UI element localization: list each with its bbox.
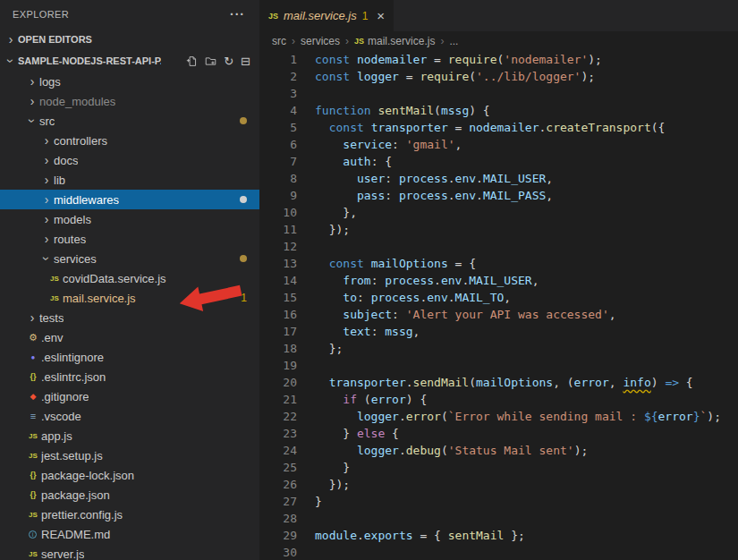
code-line-10[interactable]: 10 }, — [265, 204, 738, 221]
tree-item-prettier.config.js[interactable]: JSprettier.config.js — [0, 505, 259, 524]
line-number[interactable]: 28 — [265, 510, 297, 527]
line-number[interactable]: 26 — [265, 476, 297, 493]
line-number[interactable]: 19 — [265, 357, 297, 374]
code-line-19[interactable]: 19 — [265, 357, 738, 374]
line-number[interactable]: 16 — [265, 306, 297, 323]
tree-item-mail.service.js[interactable]: JSmail.service.js1 — [0, 288, 259, 308]
new-folder-icon[interactable] — [205, 55, 216, 67]
code-line-22[interactable]: 22 logger.error(`Error while sending mai… — [265, 408, 738, 425]
tree-item-docs[interactable]: ›docs — [0, 150, 259, 170]
line-number[interactable]: 30 — [265, 544, 297, 560]
tree-item-package-lock.json[interactable]: {}package-lock.json — [0, 465, 259, 485]
line-number[interactable]: 12 — [265, 238, 297, 255]
code-line-8[interactable]: 8 user: process.env.MAIL_USER, — [265, 170, 738, 187]
open-editors-section[interactable]: › OPEN EDITORS — [0, 29, 259, 50]
code-line-6[interactable]: 6 service: 'gmail', — [265, 136, 738, 153]
tree-item-middlewares[interactable]: ›middlewares — [0, 190, 259, 209]
tree-item-README.md[interactable]: iREADME.md — [0, 524, 259, 544]
breadcrumb-item-services[interactable]: services — [301, 35, 340, 47]
line-number[interactable]: 4 — [265, 102, 297, 119]
tree-item-.gitignore[interactable]: ◆.gitignore — [0, 386, 259, 406]
code-line-25[interactable]: 25 } — [265, 459, 738, 476]
code-line-13[interactable]: 13 const mailOptions = { — [265, 255, 738, 272]
code-line-29[interactable]: 29module.exports = { sentMail }; — [265, 527, 738, 544]
tree-item-.eslintrc.json[interactable]: {}.eslintrc.json — [0, 367, 259, 386]
breadcrumb-item-...[interactable]: ... — [449, 35, 458, 47]
code-line-4[interactable]: 4function sentMail(mssg) { — [265, 102, 738, 119]
code-line-18[interactable]: 18 }; — [265, 340, 738, 357]
code-line-11[interactable]: 11 }); — [265, 221, 738, 238]
line-number[interactable]: 23 — [265, 425, 297, 442]
line-number[interactable]: 29 — [265, 527, 297, 544]
code-line-5[interactable]: 5 const transporter = nodemailer.createT… — [265, 119, 738, 136]
tree-item-jest.setup.js[interactable]: JSjest.setup.js — [0, 445, 259, 465]
line-number[interactable]: 2 — [265, 68, 297, 85]
code-line-26[interactable]: 26 }); — [265, 476, 738, 493]
code-line-16[interactable]: 16 subject: 'Alert your API was accessed… — [265, 306, 738, 323]
tree-item-logs[interactable]: ›logs — [0, 72, 259, 91]
line-number[interactable]: 20 — [265, 374, 297, 391]
tree-item-lib[interactable]: ›lib — [0, 170, 259, 190]
code-area[interactable]: 1const nodemailer = require('nodemailer'… — [259, 51, 738, 560]
line-number[interactable]: 24 — [265, 442, 297, 459]
tree-item-node_modules[interactable]: ›node_modules — [0, 91, 259, 111]
collapse-folders-icon[interactable]: ⊟ — [241, 55, 250, 68]
code-text: const transporter = nodemailer.createTra… — [315, 119, 738, 136]
line-number[interactable]: 5 — [265, 119, 297, 136]
code-line-14[interactable]: 14 from: process.env.MAIL_USER, — [265, 272, 738, 289]
tree-item-.vscode[interactable]: ≡.vscode — [0, 406, 259, 426]
tree-item-server.js[interactable]: JSserver.js — [0, 544, 259, 560]
tree-item-package.json[interactable]: {}package.json — [0, 485, 259, 505]
line-number[interactable]: 13 — [265, 255, 297, 272]
line-number[interactable]: 6 — [265, 136, 297, 153]
line-number[interactable]: 21 — [265, 391, 297, 408]
tree-item-.env[interactable]: ⚙.env — [0, 327, 259, 347]
line-number[interactable]: 17 — [265, 323, 297, 340]
line-number[interactable]: 25 — [265, 459, 297, 476]
line-number[interactable]: 15 — [265, 289, 297, 306]
new-file-icon[interactable] — [186, 55, 198, 67]
line-number[interactable]: 10 — [265, 204, 297, 221]
tree-item-tests[interactable]: ›tests — [0, 308, 259, 327]
line-number[interactable]: 22 — [265, 408, 297, 425]
code-line-27[interactable]: 27} — [265, 493, 738, 510]
code-line-30[interactable]: 30 — [265, 544, 738, 560]
code-line-1[interactable]: 1const nodemailer = require('nodemailer'… — [265, 51, 738, 68]
tree-item-models[interactable]: ›models — [0, 209, 259, 229]
line-number[interactable]: 1 — [265, 51, 297, 68]
tree-item-covidData.service.js[interactable]: JScovidData.service.js — [0, 268, 259, 288]
line-number[interactable]: 14 — [265, 272, 297, 289]
tree-item-.eslintignore[interactable]: ●.eslintignore — [0, 347, 259, 367]
code-line-7[interactable]: 7 auth: { — [265, 153, 738, 170]
tree-item-services[interactable]: ›services — [0, 249, 259, 268]
line-number[interactable]: 18 — [265, 340, 297, 357]
tree-item-app.js[interactable]: JSapp.js — [0, 426, 259, 445]
breadcrumb-item-src[interactable]: src — [272, 35, 286, 47]
code-line-21[interactable]: 21 if (error) { — [265, 391, 738, 408]
line-number[interactable]: 11 — [265, 221, 297, 238]
refresh-icon[interactable]: ↻ — [224, 55, 233, 68]
tree-item-controllers[interactable]: ›controllers — [0, 131, 259, 150]
tab-mail-service-js[interactable]: JS mail.service.js 1 × — [259, 0, 394, 31]
code-line-17[interactable]: 17 text: mssg, — [265, 323, 738, 340]
code-line-20[interactable]: 20 transporter.sendMail(mailOptions, (er… — [265, 374, 738, 391]
line-number[interactable]: 8 — [265, 170, 297, 187]
breadcrumb-item-mail.service.js[interactable]: JSmail.service.js — [354, 35, 435, 47]
code-line-2[interactable]: 2const logger = require('../lib/logger')… — [265, 68, 738, 85]
tree-item-routes[interactable]: ›routes — [0, 229, 259, 249]
project-root[interactable]: › SAMPLE-NODEJS-REST-API-P... ↻ ⊟ — [0, 50, 259, 72]
tree-item-src[interactable]: ›src — [0, 111, 259, 131]
code-line-15[interactable]: 15 to: process.env.MAIL_TO, — [265, 289, 738, 306]
line-number[interactable]: 9 — [265, 187, 297, 204]
code-line-3[interactable]: 3 — [265, 85, 738, 102]
line-number[interactable]: 7 — [265, 153, 297, 170]
line-number[interactable]: 3 — [265, 85, 297, 102]
code-line-23[interactable]: 23 } else { — [265, 425, 738, 442]
code-line-28[interactable]: 28 — [265, 510, 738, 527]
code-line-9[interactable]: 9 pass: process.env.MAIL_PASS, — [265, 187, 738, 204]
line-number[interactable]: 27 — [265, 493, 297, 510]
close-icon[interactable]: × — [377, 8, 385, 23]
more-actions-icon[interactable]: ··· — [230, 7, 245, 21]
code-line-12[interactable]: 12 — [265, 238, 738, 255]
code-line-24[interactable]: 24 logger.debug('Status Mail sent'); — [265, 442, 738, 459]
